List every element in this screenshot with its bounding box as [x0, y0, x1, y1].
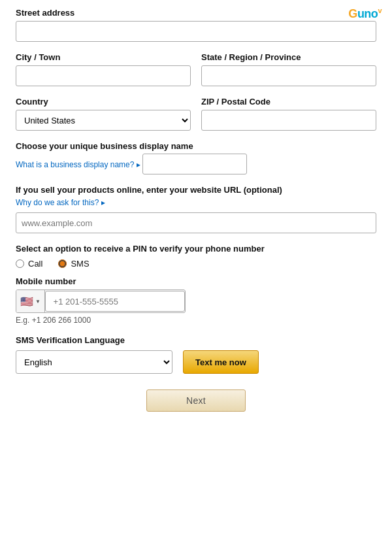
city-input[interactable]: [16, 65, 191, 86]
website-input[interactable]: [16, 212, 376, 233]
state-input[interactable]: [201, 65, 376, 86]
city-state-row: City / Town State / Region / Province: [16, 52, 376, 86]
city-group: City / Town: [16, 52, 191, 86]
flag-dropdown[interactable]: 🇺🇸 ▼: [16, 290, 45, 312]
dropdown-arrow-icon: ▼: [35, 299, 41, 305]
phone-input[interactable]: [45, 291, 185, 312]
street-address-label: Street address: [16, 8, 376, 18]
sms-language-section: SMS Verification Language English Spanis…: [16, 335, 376, 374]
pin-radio-group: Call SMS: [16, 259, 376, 269]
country-zip-row: Country United States Canada United King…: [16, 97, 376, 131]
city-label: City / Town: [16, 52, 191, 62]
country-group: Country United States Canada United King…: [16, 97, 191, 131]
street-address-input[interactable]: [16, 21, 376, 42]
business-name-help-link[interactable]: What is a business display name? ▸: [16, 160, 140, 169]
website-title: If you sell your products online, enter …: [16, 185, 376, 195]
website-group: If you sell your products online, enter …: [16, 185, 376, 233]
zip-group: ZIP / Postal Code: [201, 97, 376, 131]
zip-label: ZIP / Postal Code: [201, 97, 376, 107]
logo: Gunov: [348, 7, 382, 21]
text-me-button[interactable]: Text me now: [183, 350, 259, 374]
website-help-link[interactable]: Why do we ask for this? ▸: [16, 198, 105, 207]
sms-language-row: English Spanish French German Chinese Te…: [16, 350, 376, 374]
radio-call-option[interactable]: Call: [16, 259, 42, 269]
street-address-group: Street address: [16, 8, 376, 42]
country-select[interactable]: United States Canada United Kingdom Aust…: [16, 110, 191, 131]
state-group: State / Region / Province: [201, 52, 376, 86]
radio-call-label: Call: [28, 259, 42, 269]
radio-sms-label: SMS: [71, 259, 89, 269]
language-select[interactable]: English Spanish French German Chinese: [16, 350, 172, 374]
next-button[interactable]: Next: [146, 389, 246, 412]
zip-input[interactable]: [201, 110, 376, 131]
mobile-input-wrapper: 🇺🇸 ▼: [16, 289, 186, 313]
business-name-input[interactable]: [142, 154, 247, 174]
next-button-wrapper: Next: [16, 389, 376, 422]
country-label: Country: [16, 97, 191, 107]
business-name-group: Choose your unique business display name…: [16, 141, 376, 174]
flag-emoji: 🇺🇸: [20, 295, 33, 308]
radio-sms[interactable]: [58, 259, 67, 268]
phone-example-text: E.g. +1 206 266 1000: [16, 316, 376, 325]
pin-verify-group: Select an option to receive a PIN to ver…: [16, 244, 376, 325]
radio-call[interactable]: [16, 259, 24, 268]
state-label: State / Region / Province: [201, 52, 376, 62]
mobile-label: Mobile number: [16, 276, 376, 286]
business-name-title: Choose your unique business display name: [16, 141, 376, 151]
sms-language-title: SMS Verification Language: [16, 335, 376, 345]
pin-verify-title: Select an option to receive a PIN to ver…: [16, 244, 376, 254]
radio-sms-option[interactable]: SMS: [58, 259, 89, 269]
